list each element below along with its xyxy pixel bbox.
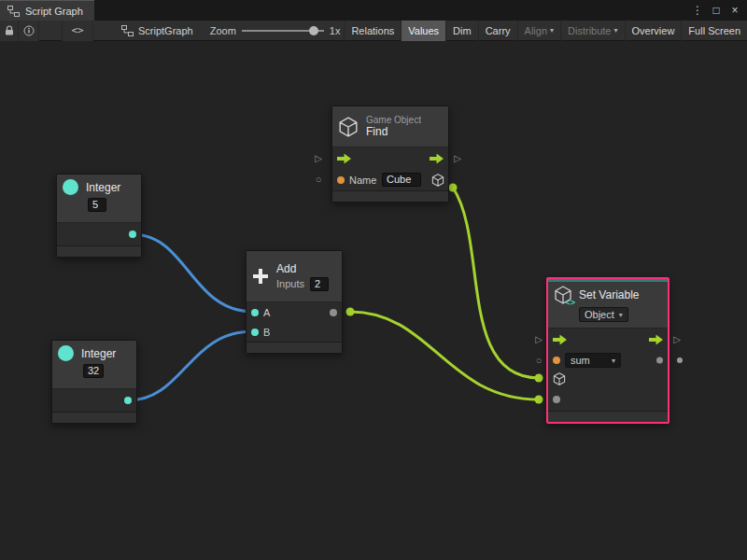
script-graph-window: Script Graph ⋮ □ × <> ScriptGraph Zoom 1… — [0, 0, 747, 560]
name-port-row: Name Cube — [332, 170, 448, 190]
chevron-down-icon: ▾ — [612, 357, 615, 365]
toolbar-button-dim[interactable]: Dim — [445, 21, 478, 41]
setvar-control-in-triangle-icon[interactable]: ▷ — [535, 335, 543, 344]
toolbar-button-values[interactable]: Values — [401, 21, 445, 41]
window-close-button[interactable]: × — [728, 4, 741, 17]
control-output-port[interactable] — [649, 335, 663, 345]
node-header: Integer 32 — [52, 341, 136, 389]
find-node[interactable]: Game Object Find Name Cube — [331, 105, 449, 203]
name-label: Name — [349, 175, 376, 186]
toolbar-button-distribute[interactable]: Distribute▾ — [560, 21, 624, 41]
find-control-out-triangle-icon[interactable]: ▷ — [454, 154, 461, 163]
node-title: Find — [366, 125, 421, 138]
code-icon: <> — [71, 24, 83, 36]
inputs-label: Inputs — [276, 278, 304, 289]
wire-find-to-setvariable-object[interactable] — [453, 188, 539, 378]
button-label: Carry — [486, 25, 511, 36]
lock-button[interactable] — [0, 21, 19, 41]
wire-endpoint — [449, 184, 458, 192]
button-label: Dim — [453, 25, 472, 36]
graph-icon — [121, 25, 134, 36]
add-node[interactable]: Add Inputs 2 A B — [246, 250, 343, 354]
node-header: Game Object Find — [332, 106, 448, 147]
button-label: Align — [525, 25, 547, 36]
set-variable-icon: <> — [554, 286, 572, 304]
setvar-output-dot-icon[interactable] — [677, 357, 683, 363]
value-input-port[interactable] — [553, 396, 560, 403]
name-value-field[interactable]: Cube — [382, 173, 421, 187]
port-row-b: B — [247, 322, 342, 342]
object-port-row — [548, 370, 668, 388]
info-icon — [23, 25, 35, 36]
button-label: Relations — [351, 25, 394, 36]
integer-node-5[interactable]: Integer 5 — [56, 174, 142, 258]
variable-scope-dropdown[interactable]: Object ▾ — [579, 307, 628, 322]
control-input-port[interactable] — [337, 154, 351, 164]
gameobject-cube-icon — [338, 117, 359, 137]
sum-output-port[interactable] — [330, 309, 337, 316]
integer-value-field[interactable]: 32 — [83, 364, 104, 378]
tab-script-graph[interactable]: Script Graph — [0, 0, 94, 21]
graph-canvas[interactable]: Integer 5 Integer 32 — [0, 41, 747, 560]
node-title: Integer — [81, 347, 116, 360]
info-button[interactable] — [19, 21, 39, 41]
name-input-port[interactable] — [337, 176, 345, 184]
find-control-in-triangle-icon[interactable]: ▷ — [315, 154, 322, 163]
chevron-down-icon: ▾ — [619, 311, 623, 319]
object-input-port[interactable] — [553, 372, 566, 385]
node-header: <> Set Variable Object ▾ — [548, 282, 668, 329]
node-title: Integer — [86, 181, 120, 194]
set-variable-node[interactable]: <> Set Variable Object ▾ sum ▾ — [546, 277, 669, 424]
tab-title: Script Graph — [25, 6, 83, 17]
node-header: Add Inputs 2 — [247, 251, 342, 302]
button-label: Overview — [632, 25, 675, 36]
toolbar-button-align[interactable]: Align▾ — [517, 21, 560, 41]
input-port-a[interactable] — [251, 309, 259, 316]
wire-integer32-to-add-b[interactable] — [128, 331, 253, 400]
window-menu-button[interactable]: ⋮ — [691, 4, 704, 17]
node-footer — [57, 245, 141, 257]
integer-value-field[interactable]: 5 — [88, 198, 106, 212]
zoom-slider[interactable] — [242, 21, 324, 41]
setvar-name-circle-icon[interactable]: ○ — [536, 356, 543, 366]
node-title: Add — [276, 262, 329, 275]
integer-icon — [58, 345, 74, 361]
toolbar-button-overview[interactable]: Overview — [625, 21, 682, 41]
integer-output-port[interactable] — [124, 397, 132, 404]
node-title: Set Variable — [579, 288, 639, 301]
integer-node-32[interactable]: Integer 32 — [51, 340, 137, 424]
control-output-port[interactable] — [430, 154, 444, 164]
input-port-b[interactable] — [251, 329, 259, 336]
node-footer — [332, 190, 448, 202]
button-label: Distribute — [568, 25, 611, 36]
variable-name-row: sum ▾ — [548, 351, 668, 370]
code-badge-icon: <> — [565, 298, 575, 307]
gameobject-output-port[interactable] — [431, 174, 444, 187]
graph-name: ScriptGraph — [138, 25, 193, 36]
integer-icon — [63, 179, 78, 195]
output-port-row — [57, 223, 141, 245]
variable-name-dropdown[interactable]: sum ▾ — [565, 353, 621, 368]
find-name-circle-icon[interactable]: ○ — [316, 175, 322, 185]
node-header: Integer 5 — [57, 175, 141, 223]
inputs-count-field[interactable]: 2 — [310, 277, 329, 291]
integer-output-port[interactable] — [129, 231, 136, 238]
chevron-down-icon: ▾ — [614, 26, 618, 35]
node-footer — [548, 411, 668, 422]
toolbar-button-carry[interactable]: Carry — [478, 21, 517, 41]
wire-add-to-setvariable-value[interactable] — [350, 312, 539, 399]
control-port-row — [548, 329, 668, 351]
wire-integer5-to-add-a[interactable] — [133, 234, 253, 312]
value-output-port[interactable] — [656, 357, 663, 364]
edit-graph-button[interactable]: <> — [62, 21, 93, 41]
control-input-port[interactable] — [553, 335, 567, 345]
zoom-slider-handle[interactable] — [309, 26, 318, 35]
wire-endpoint — [346, 308, 355, 316]
toolbar-button-relations[interactable]: Relations — [344, 21, 401, 41]
control-port-row — [332, 147, 448, 170]
setvar-control-out-triangle-icon[interactable]: ▷ — [673, 335, 681, 344]
variable-name-input-port[interactable] — [553, 357, 560, 364]
wire-endpoint — [535, 396, 543, 404]
window-maximize-button[interactable]: □ — [710, 4, 723, 17]
toolbar-button-fullscreen[interactable]: Full Screen — [681, 21, 747, 41]
